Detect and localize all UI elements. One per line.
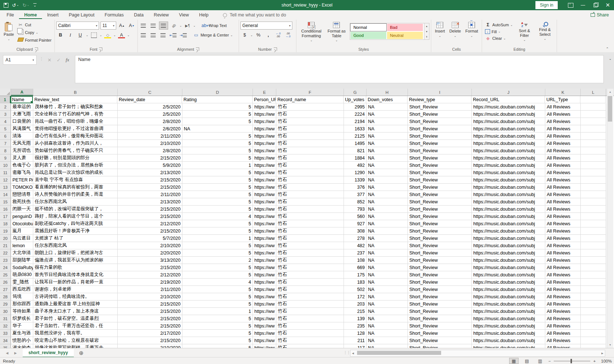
cell[interactable]: 5: [182, 264, 253, 271]
cell[interactable]: 1884: [344, 154, 367, 162]
cell[interactable]: [581, 154, 606, 162]
cell[interactable]: 竹石: [276, 257, 344, 264]
cell[interactable]: All Reviews: [545, 315, 581, 322]
column-header-I[interactable]: I: [408, 89, 472, 96]
cell[interactable]: Short_Review: [408, 162, 472, 169]
cell[interactable]: 觉得他唱慢歌更好，不过这首曲调: [33, 125, 118, 133]
cell[interactable]: https://music.douban.com/subj: [472, 315, 545, 322]
cell[interactable]: 2/10/2020: [118, 140, 182, 147]
cell[interactable]: https://music.douban.com/subj: [472, 213, 545, 220]
grow-font-button[interactable]: A▲: [118, 22, 126, 29]
cell[interactable]: [581, 257, 606, 264]
cell[interactable]: All Reviews: [545, 264, 581, 271]
cell[interactable]: Short_Review: [408, 330, 472, 337]
cell[interactable]: 2/15/2020: [118, 315, 182, 322]
copy-dropdown-icon[interactable]: ⌄: [36, 31, 38, 34]
cell[interactable]: [581, 315, 606, 322]
cell[interactable]: https://ww: [253, 300, 276, 308]
align-center-button[interactable]: [149, 31, 158, 39]
cell[interactable]: All Reviews: [545, 271, 581, 279]
cell[interactable]: 5: [182, 220, 253, 227]
format-as-table-button[interactable]: Format as Table ⌄: [325, 21, 348, 43]
insert-cells-button[interactable]: Insert ⌄: [433, 21, 447, 39]
decrease-indent-button[interactable]: ⇤: [169, 31, 177, 39]
cell[interactable]: All Reviews: [545, 103, 581, 111]
cell[interactable]: 竹石: [276, 330, 344, 337]
cell[interactable]: 5: [182, 300, 253, 308]
bottom-align-button[interactable]: [159, 22, 168, 30]
cell[interactable]: Short_Review: [408, 213, 472, 220]
cell[interactable]: Short_Review: [408, 286, 472, 293]
cell[interactable]: All Reviews: [545, 279, 581, 286]
column-header-D[interactable]: D: [182, 89, 253, 96]
cell[interactable]: Record_name: [276, 96, 344, 103]
cell[interactable]: NA: [367, 103, 408, 111]
cell[interactable]: Rating: [182, 96, 253, 103]
row-header-12[interactable]: 12: [0, 176, 11, 184]
cell[interactable]: 清洛: [11, 133, 33, 140]
paste-dropdown-icon[interactable]: ⌄: [8, 38, 10, 41]
cell[interactable]: Short_Review: [408, 279, 472, 286]
cell[interactable]: https://ww: [253, 249, 276, 257]
cell[interactable]: 502: [344, 286, 367, 293]
cell[interactable]: NA: [367, 147, 408, 154]
cell[interactable]: 5: [182, 286, 253, 293]
cell[interactable]: 211: [344, 337, 367, 344]
cell[interactable]: 128: [344, 330, 367, 337]
cell[interactable]: All Reviews: [545, 198, 581, 206]
cell[interactable]: 我居然没评分，我有罪。: [33, 330, 118, 337]
cell[interactable]: NA: [367, 300, 408, 308]
cell[interactable]: 5: [182, 242, 253, 249]
cell[interactable]: 竹石: [276, 300, 344, 308]
merge-center-dropdown-icon[interactable]: ⌄: [230, 34, 233, 37]
cell[interactable]: 1: [182, 235, 253, 242]
customize-qat-button[interactable]: ⌄: [33, 3, 36, 7]
cell[interactable]: https://music.douban.com/subj: [472, 271, 545, 279]
cell[interactable]: Otocolobu: [11, 220, 33, 227]
cell[interactable]: [581, 322, 606, 330]
cell[interactable]: 172: [344, 293, 367, 300]
vertical-scrollbar[interactable]: ▲ ▼: [607, 89, 613, 348]
cell[interactable]: 从小就喜欢这首诗，作为四川人，: [33, 140, 118, 147]
scroll-down-icon[interactable]: ▼: [607, 342, 613, 348]
cell[interactable]: https://ww: [253, 220, 276, 227]
font-size-select[interactable]: 11▾: [101, 22, 116, 30]
orientation-button[interactable]: ab: [170, 22, 178, 29]
cell[interactable]: Short_Review: [408, 300, 472, 308]
zoom-in-button[interactable]: +: [593, 359, 596, 363]
cell-style-neutral[interactable]: Neutral: [387, 31, 423, 39]
cell[interactable]: 竹石: [276, 315, 344, 322]
cell[interactable]: 大雁飞雨: [11, 111, 33, 118]
cell[interactable]: 竹石: [276, 271, 344, 279]
row-header-32[interactable]: 32: [0, 322, 11, 330]
cell[interactable]: 偏激点讲，我甚至不认为摇滚的标: [33, 257, 118, 264]
cell[interactable]: 669: [344, 264, 367, 271]
cell[interactable]: [581, 293, 606, 300]
horizontal-scroll-thumb[interactable]: [357, 351, 441, 355]
tab-scrollbar-splitter[interactable]: ⋮⋮: [344, 350, 350, 355]
minimize-button[interactable]: —: [577, 0, 589, 10]
cell[interactable]: 2/15/2020: [118, 213, 182, 220]
cell[interactable]: https://music.douban.com/subj: [472, 235, 545, 242]
fill-handle[interactable]: [30, 101, 33, 103]
cell[interactable]: Short_Review: [408, 147, 472, 154]
cell[interactable]: 3/13/2020: [118, 257, 182, 264]
italic-button[interactable]: I: [66, 31, 75, 39]
format-painter-button[interactable]: Format Painter: [16, 37, 53, 43]
cell[interactable]: 821: [344, 147, 367, 154]
row-header-26[interactable]: 26: [0, 279, 11, 286]
cell[interactable]: [581, 169, 606, 176]
cell[interactable]: Short_Review: [408, 184, 472, 191]
cell[interactable]: https://music.douban.com/subj: [472, 330, 545, 337]
cell[interactable]: NA: [367, 176, 408, 184]
cell[interactable]: 很有力量的歌: [33, 264, 118, 271]
cell[interactable]: 竹石: [276, 242, 344, 249]
cell[interactable]: NA: [367, 308, 408, 315]
cell[interactable]: 直中取 宁不弯 有点惊喜: [33, 176, 118, 184]
cell[interactable]: https://music.douban.com/subj: [472, 169, 545, 176]
cell[interactable]: 竹石: [276, 198, 344, 206]
cell[interactable]: 482: [344, 242, 367, 249]
cell[interactable]: 5: [182, 147, 253, 154]
cell[interactable]: 2194: [344, 118, 367, 125]
cell[interactable]: [581, 198, 606, 206]
